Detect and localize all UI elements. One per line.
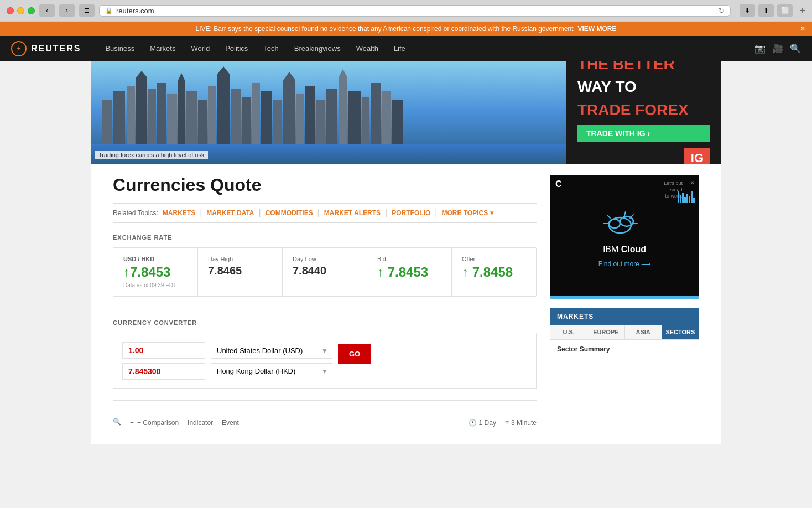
svg-rect-19 (252, 83, 260, 144)
back-button[interactable]: ‹ (39, 4, 55, 17)
nav-links: Business Markets World Politics Tech Bre… (97, 36, 754, 61)
event-tool[interactable]: Event (222, 419, 239, 427)
live-banner-link[interactable]: VIEW MORE (578, 25, 617, 33)
more-topics-label: MORE TOPICS (441, 209, 488, 217)
nav-breakingviews[interactable]: Breakingviews (287, 36, 348, 61)
forward-button[interactable]: › (59, 4, 75, 17)
markets-widget-header: MARKETS (550, 308, 699, 325)
bid-value: ↑ 7.8453 (377, 265, 441, 280)
download-button[interactable]: ⬇ (740, 4, 755, 17)
ad-cta-button[interactable]: TRADE WITH IG › (577, 125, 710, 142)
ad-widget-close-button[interactable]: × (690, 178, 695, 187)
ibm-cloud-text: IBM Cloud (603, 245, 646, 255)
comparison-tool[interactable]: + + Comparison (130, 419, 179, 427)
reuters-logo[interactable]: ✦ REUTERS (11, 41, 81, 56)
close-window-button[interactable] (7, 7, 14, 14)
maximize-window-button[interactable] (28, 7, 35, 14)
nav-life[interactable]: Life (386, 36, 413, 61)
currency-pair: USD / HKD (123, 256, 188, 262)
nav-world[interactable]: World (183, 36, 217, 61)
svg-line-41 (607, 215, 610, 218)
ad-disclaimer: Trading forex carries a high level of ri… (95, 151, 208, 159)
nav-politics[interactable]: Politics (217, 36, 256, 61)
topic-portfolio[interactable]: PORTFOLIO (392, 209, 430, 217)
svg-line-38 (624, 211, 626, 216)
topic-markets[interactable]: MARKETS (163, 209, 195, 217)
search-icon-button[interactable]: 🔍 (790, 43, 801, 54)
ad-tagline-3: TRADE FOREX (577, 101, 710, 119)
svg-rect-20 (261, 91, 272, 144)
ibm-bars-icon (678, 191, 695, 203)
related-label: Related Topics: (113, 209, 158, 217)
svg-rect-30 (348, 91, 361, 144)
svg-rect-7 (148, 89, 156, 144)
video-icon-button[interactable]: 🎥 (772, 43, 783, 54)
nav-icons: 📷 🎥 🔍 (754, 43, 801, 54)
fullscreen-button[interactable]: ⬜ (777, 4, 793, 17)
lock-icon: 🔒 (105, 7, 113, 14)
share-button[interactable]: ⬆ (758, 4, 774, 17)
from-currency-wrap: United States Dollar (USD) Euro (EUR) Br… (211, 343, 332, 359)
offer-value: ↑ 7.8458 (462, 265, 526, 280)
bid-label: Bid (377, 256, 441, 262)
to-currency-wrap: Hong Kong Dollar (HKD) Euro (EUR) Britis… (211, 363, 332, 379)
chart-toolbar: 🔍 + + Comparison Indicator Event 🕐 1 Day (113, 412, 537, 433)
ibm-cloud-svg-icon (602, 206, 647, 239)
minimize-window-button[interactable] (17, 7, 24, 14)
svg-rect-10 (178, 80, 185, 144)
address-bar[interactable]: 🔒 reuters.com ↻ (99, 5, 731, 17)
live-banner-text: LIVE: Barr says the special counsel foun… (195, 25, 573, 33)
topic-commodities[interactable]: COMMODITIES (266, 209, 313, 217)
svg-rect-22 (283, 80, 295, 144)
interval-label: 3 Minute (511, 419, 537, 427)
indicator-tool[interactable]: Indicator (188, 419, 213, 427)
topic-market-alerts[interactable]: MARKET ALERTS (324, 209, 381, 217)
rate-cards: USD / HKD ↑7.8453 Data as of 09:39 EDT D… (113, 247, 537, 297)
sector-summary-label: Sector Summary (557, 345, 692, 353)
camera-icon-button[interactable]: 📷 (754, 43, 766, 54)
svg-rect-5 (136, 77, 147, 144)
svg-rect-17 (231, 89, 241, 144)
comparison-label: + Comparison (137, 419, 179, 427)
converter-result-input[interactable] (122, 363, 205, 380)
plus-icon: + (130, 419, 134, 427)
day-low-label: Day Low (293, 256, 357, 262)
nav-markets[interactable]: Markets (142, 36, 183, 61)
topic-market-data[interactable]: MARKET DATA (206, 209, 254, 217)
add-tab-button[interactable]: + (799, 5, 805, 17)
title-bar: ‹ › ☰ 🔒 reuters.com ↻ ⬇ ⬆ ⬜ + (0, 0, 812, 21)
ad-text-panel: THE BETTER WAY TO TRADE FOREX TRADE WITH… (566, 61, 721, 164)
divider-1 (113, 308, 537, 308)
nav-business[interactable]: Business (97, 36, 142, 61)
converter-section: CURRENCY CONVERTER United States Dollar … (113, 319, 537, 389)
ibm-find-more-link[interactable]: Find out more ⟶ (598, 260, 650, 268)
ad-tagline-1: THE BETTER (577, 61, 710, 72)
more-topics-button[interactable]: MORE TOPICS ▾ (441, 209, 493, 217)
markets-tab-asia[interactable]: ASIA (625, 325, 662, 339)
markets-tab-us[interactable]: U.S. (550, 325, 587, 339)
svg-rect-8 (157, 83, 166, 144)
nav-tech[interactable]: Tech (256, 36, 286, 61)
ad-banner: Trading forex carries a high level of ri… (91, 61, 721, 164)
live-banner: LIVE: Barr says the special counsel foun… (0, 22, 812, 36)
ibm-tagline-line1: Let's put (664, 180, 683, 186)
from-currency-select[interactable]: United States Dollar (USD) Euro (EUR) Br… (211, 343, 332, 359)
chart-search-wrap: 🔍 (113, 418, 121, 427)
reload-button[interactable]: ↻ (719, 7, 725, 15)
converter-amount-input[interactable] (122, 342, 205, 359)
markets-tab-europe[interactable]: EUROPE (587, 325, 624, 339)
svg-rect-28 (339, 77, 347, 144)
to-currency-select[interactable]: Hong Kong Dollar (HKD) Euro (EUR) Britis… (211, 363, 332, 379)
ad-tagline-2: WAY TO (577, 78, 710, 96)
time-period-tool[interactable]: 🕐 1 Day (469, 419, 496, 427)
svg-point-37 (620, 216, 633, 226)
markets-tab-sectors[interactable]: SECTORS (662, 325, 699, 339)
ibm-ad-widget: × C Let's put smart to work. (550, 175, 699, 299)
interval-tool[interactable]: ≡ 3 Minute (505, 419, 537, 427)
live-banner-close-button[interactable]: × (800, 24, 805, 34)
markets-body: Sector Summary (550, 340, 699, 359)
right-column: × C Let's put smart to work. (550, 175, 699, 433)
sidebar-button[interactable]: ☰ (79, 4, 95, 17)
nav-wealth[interactable]: Wealth (348, 36, 386, 61)
go-button[interactable]: GO (338, 344, 371, 364)
